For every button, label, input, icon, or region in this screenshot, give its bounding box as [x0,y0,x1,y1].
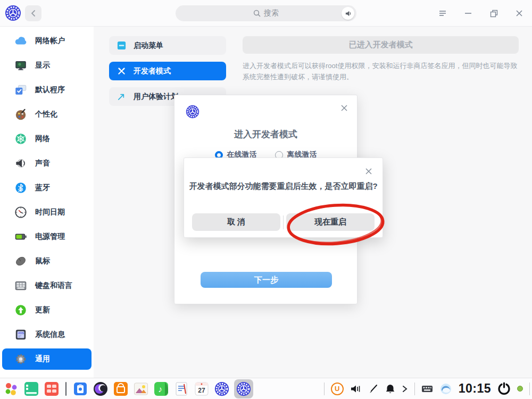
input-method-icon[interactable] [421,385,433,393]
sound-icon [14,156,28,170]
sidebar-item-mouse[interactable]: 鼠标 [2,251,92,272]
search-input[interactable]: 搜索 [176,5,356,21]
minimize-button[interactable] [463,8,473,19]
terminal-icon[interactable] [23,381,39,397]
dialog-close-button[interactable] [363,166,374,177]
sidebar-item-general[interactable]: 通用 [2,348,92,370]
volume-icon[interactable] [350,384,362,394]
tray-divider [324,383,325,395]
tray-expand-chevron-icon[interactable] [402,385,408,393]
app-store-icon[interactable] [113,381,129,397]
settings-sidebar: 网络帐户 显示 默认程序 个性化 网络 声音 蓝牙 时间日期 [0,27,94,378]
control-center-active-icon [236,381,252,397]
gear-icon [14,352,28,366]
music-icon[interactable]: ♪ [153,381,169,397]
clock[interactable]: 10:15 [459,381,491,396]
cloud-icon [14,34,28,48]
dialog-buttons: 取 消 现在重启 [192,213,375,231]
speaker-icon [345,10,352,17]
dialog-title: 进入开发者模式 [174,128,357,140]
svg-text:UOS: UOS [18,331,24,335]
sidebar-item-datetime[interactable]: 时间日期 [2,202,92,223]
button-divider [283,215,284,229]
control-center-window: 搜索 网络帐户 显示 [0,0,532,399]
screenshot-pen-icon[interactable] [368,384,379,394]
personalization-icon [14,107,28,121]
file-manager-icon[interactable] [72,381,88,397]
sidebar-item-sound[interactable]: 声音 [2,153,92,174]
submenu-item-developer-mode[interactable]: 开发者模式 [109,62,226,80]
battery-icon [14,230,28,244]
bluetooth-icon [14,181,28,195]
taskbar-tray: U 10:15 [324,381,530,396]
keyboard-icon [14,279,28,293]
system-info-icon: UOS [14,328,28,342]
restore-icon [490,10,498,18]
sidebar-item-keyboard[interactable]: 键盘和语言 [2,275,92,296]
developer-mode-description: 进入开发者模式后可以获得root使用权限，安装和运行非商店签名应用，但同时也可能… [243,61,519,83]
taskbar-divider [65,382,66,396]
uos-update-tray-icon[interactable]: U [331,383,344,395]
svg-text:27: 27 [198,387,205,394]
update-icon [14,303,28,317]
weather-icon[interactable] [439,383,452,395]
boot-menu-icon [117,40,127,51]
maximize-button[interactable] [488,8,499,19]
submenu-item-boot-menu[interactable]: 启动菜单 [109,36,226,55]
app-grid-icon[interactable] [44,381,60,397]
restart-now-button[interactable]: 现在重启 [286,213,375,231]
uos-logo-icon [186,105,200,119]
voice-search-button[interactable] [342,7,354,20]
shutdown-icon[interactable] [497,382,511,395]
chevron-left-icon [30,10,37,16]
sidebar-item-power[interactable]: 电源管理 [2,226,92,247]
sidebar-item-bluetooth[interactable]: 蓝牙 [2,177,92,198]
cancel-button[interactable]: 取 消 [192,213,280,231]
svg-text:♪: ♪ [158,385,162,394]
tray-divider [414,383,415,395]
taskbar: ♪ 27 U 10:15 [0,378,532,399]
titlebar: 搜索 [0,0,532,27]
close-icon [340,104,348,112]
taskbar-apps: ♪ 27 [3,379,253,398]
sidebar-item-personalization[interactable]: 个性化 [2,104,92,125]
developer-mode-status-button: 已进入开发者模式 [243,36,519,54]
sidebar-item-system-info[interactable]: UOS 系统信息 [2,324,92,345]
sidebar-item-update[interactable]: 更新 [2,300,92,321]
launcher-icon[interactable] [3,381,19,397]
restart-message: 开发者模式部分功能需要重启后生效，是否立即重启? [184,181,383,192]
minimize-icon [464,10,472,17]
photos-icon[interactable] [133,381,149,397]
active-app-indicator[interactable] [234,379,253,398]
user-experience-icon [117,92,127,102]
sidebar-item-network[interactable]: 网络 [2,128,92,149]
notification-bell-icon[interactable] [385,384,395,394]
restart-confirm-dialog: 开发者模式部分功能需要重启后生效，是否立即重启? 取 消 现在重启 [184,157,383,238]
close-icon [365,168,372,175]
sidebar-item-display[interactable]: 显示 [2,55,92,76]
close-button[interactable] [514,8,525,19]
back-button[interactable] [25,5,41,21]
developer-mode-icon [117,66,127,76]
calendar-icon[interactable]: 27 [194,381,210,397]
sidebar-item-default-apps[interactable]: 默认程序 [2,79,92,101]
control-center-icon[interactable] [214,381,230,397]
uos-logo-icon [5,5,21,21]
text-editor-icon[interactable] [173,381,189,397]
developer-mode-content: 已进入开发者模式 进入开发者模式后可以获得root使用权限，安装和运行非商店签名… [243,36,519,83]
network-icon [14,132,28,146]
display-icon [14,59,28,72]
window-menu-button[interactable] [437,8,448,19]
next-step-button[interactable]: 下一步 [201,272,332,288]
search-placeholder: 搜索 [264,9,279,18]
close-icon [516,10,523,17]
dialog-close-button[interactable] [339,103,350,113]
search-icon [253,10,261,17]
datetime-icon [14,205,28,219]
tray-divider [529,383,530,395]
mouse-icon [14,254,28,268]
status-dot-icon[interactable] [517,386,523,392]
menu-icon [438,10,447,17]
sidebar-item-network-account[interactable]: 网络帐户 [2,30,92,52]
browser-icon[interactable] [93,381,109,397]
